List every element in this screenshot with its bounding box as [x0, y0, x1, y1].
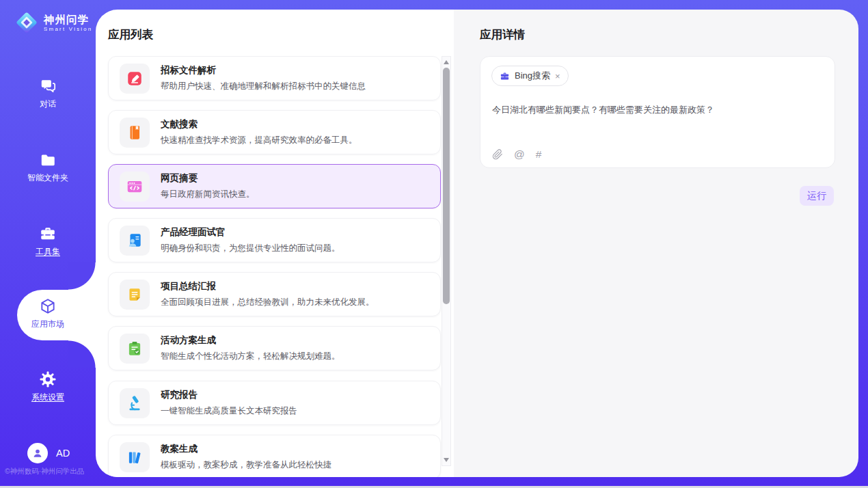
edit-square-icon [120, 64, 150, 94]
diamond-gem-icon [14, 10, 40, 36]
cube-icon [39, 297, 57, 315]
brand-logo: 神州问学 Smart Vision [14, 10, 93, 36]
avatar [27, 443, 48, 463]
query-text[interactable]: 今日湖北有哪些新闻要点？有哪些需要关注的最新政策？ [492, 104, 714, 116]
copyright-text: ©神州数码·神州问学出品 [5, 467, 84, 476]
run-button[interactable]: 运行 [800, 186, 834, 206]
app-card-title: 教案生成 [161, 443, 331, 455]
clipboard-check-icon [120, 334, 150, 364]
app-card-desc: 帮助用户快速、准确地理解和解析招标书中的关键信息 [161, 81, 366, 92]
tool-chip-label: Bing搜索 [515, 70, 550, 82]
app-card-title: 网页摘要 [161, 172, 255, 185]
sidebar-item-label: 对话 [40, 98, 56, 110]
paperclip-icon[interactable] [492, 149, 503, 160]
app-card-desc: 智能生成个性化活动方案，轻松解决规划难题。 [161, 351, 340, 362]
microscope-icon [120, 388, 150, 418]
app-card-title: 研究报告 [161, 389, 297, 401]
app-card-title: 活动方案生成 [161, 334, 340, 347]
note-icon [120, 280, 150, 310]
app-card-pm-interviewer[interactable]: 产品经理面试官 明确身份和职责，为您提供专业性的面试问题。 [108, 218, 441, 262]
app-card-lesson-plan[interactable]: 教案生成 模板驱动，教案秒成，教学准备从此轻松快捷 [108, 435, 441, 477]
app-list-panel: 应用列表 招标文件解析 帮助用户快速、准确地理解和解析招标书中的关键信息 [96, 10, 454, 477]
app-card-literature-search[interactable]: 文献搜索 快速精准查找学术资源，提高研究效率的必备工具。 [108, 110, 441, 154]
person-icon [31, 446, 44, 460]
toolbox-icon [39, 225, 57, 243]
app-card-event-plan[interactable]: 活动方案生成 智能生成个性化活动方案，轻松解决规划难题。 [108, 326, 441, 370]
bubble-fillet-bottom [68, 340, 96, 368]
brand-subtitle: Smart Vision [44, 26, 93, 32]
app-card-research-report[interactable]: 研究报告 一键智能生成高质量长文本研究报告 [108, 381, 441, 425]
briefcase-icon [500, 71, 510, 81]
book-icon [120, 118, 150, 148]
sidebar-item-label: 应用市场 [31, 318, 64, 330]
chip-close-icon[interactable]: × [555, 72, 560, 81]
brand-name: 神州问学 [44, 14, 93, 26]
chat-icon [39, 77, 57, 95]
books-icon [120, 442, 150, 472]
user-account[interactable]: AD [27, 443, 70, 463]
app-detail-title: 应用详情 [480, 27, 525, 42]
app-card-desc: 明确身份和职责，为您提供专业性的面试问题。 [161, 243, 340, 254]
sidebar-item-smart-folder[interactable]: 智能文件夹 [0, 151, 96, 184]
gear-icon [39, 370, 57, 388]
app-list-title: 应用列表 [108, 27, 153, 42]
app-card-web-summary[interactable]: 网页摘要 每日政府新闻资讯快查。 [108, 164, 441, 208]
hash-icon[interactable]: # [536, 149, 542, 160]
app-card-desc: 一键智能生成高质量长文本研究报告 [161, 405, 297, 417]
brand-text: 神州问学 Smart Vision [44, 14, 93, 32]
scrollbar[interactable] [442, 56, 451, 466]
prompt-toolbar: @ # [492, 149, 541, 160]
app-window: 神州问学 Smart Vision 对话 智能文件夹 [0, 0, 868, 488]
prompt-card[interactable]: Bing搜索 × 今日湖北有哪些新闻要点？有哪些需要关注的最新政策？ @ # [480, 56, 835, 168]
sidebar-item-label: 智能文件夹 [27, 172, 68, 184]
sidebar: 神州问学 Smart Vision 对话 智能文件夹 [0, 0, 96, 488]
bubble-fillet-top [68, 262, 96, 290]
scrollbar-down-arrow-icon[interactable] [444, 458, 449, 462]
app-card-desc: 快速精准查找学术资源，提高研究效率的必备工具。 [161, 135, 357, 146]
sidebar-item-app-market[interactable]: 应用市场 [0, 297, 96, 330]
app-card-desc: 模板驱动，教案秒成，教学准备从此轻松快捷 [161, 459, 331, 471]
app-card-title: 产品经理面试官 [161, 226, 340, 239]
app-detail-panel: 应用详情 Bing搜索 × 今日湖北有哪些新闻要点？有哪些需要关注的最新政策？ [454, 10, 858, 477]
app-card-bid-parse[interactable]: 招标文件解析 帮助用户快速、准确地理解和解析招标书中的关键信息 [108, 56, 441, 100]
scrollbar-thumb[interactable] [443, 68, 450, 304]
app-card-desc: 每日政府新闻资讯快查。 [161, 189, 255, 200]
at-icon[interactable]: @ [514, 149, 525, 160]
app-card-desc: 全面回顾项目进展，总结经验教训，助力未来优化发展。 [161, 297, 375, 308]
browser-code-icon [120, 172, 150, 202]
scrollbar-up-arrow-icon[interactable] [444, 60, 449, 64]
tool-chip-bing-search[interactable]: Bing搜索 × [491, 66, 569, 86]
app-card-title: 项目总结汇报 [161, 280, 375, 293]
app-card-project-summary[interactable]: 项目总结汇报 全面回顾项目进展，总结经验教训，助力未来优化发展。 [108, 272, 441, 316]
user-name: AD [56, 448, 70, 459]
app-card-title: 文献搜索 [161, 118, 357, 131]
sidebar-item-label: 工具集 [36, 246, 60, 258]
sidebar-item-chat[interactable]: 对话 [0, 77, 96, 110]
app-card-title: 招标文件解析 [161, 64, 366, 77]
sidebar-item-label: 系统设置 [31, 392, 64, 403]
sidebar-item-settings[interactable]: 系统设置 [0, 370, 96, 403]
interview-board-icon [120, 226, 150, 256]
folder-icon [39, 151, 57, 169]
sidebar-item-toolset[interactable]: 工具集 [0, 225, 96, 258]
